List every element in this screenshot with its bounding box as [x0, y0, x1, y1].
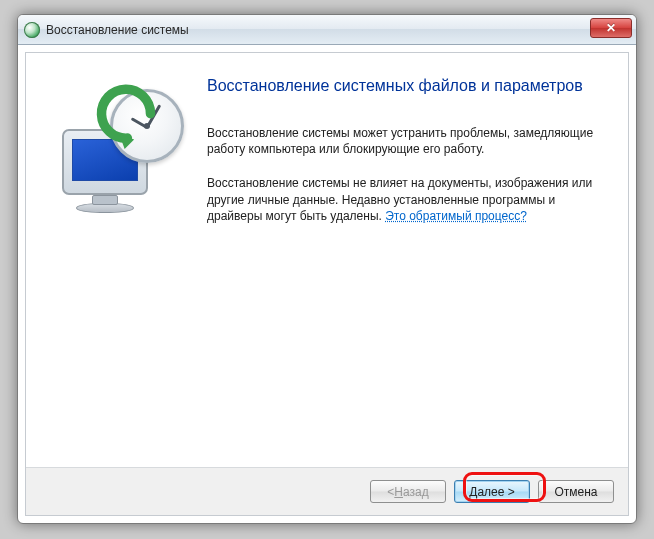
paragraph-1: Восстановление системы может устранить п… [207, 125, 598, 157]
titlebar[interactable]: Восстановление системы ✕ [18, 15, 636, 45]
dialog-window: Восстановление системы ✕ [17, 14, 637, 524]
close-icon: ✕ [606, 21, 616, 35]
page-heading: Восстановление системных файлов и параме… [207, 77, 598, 95]
restore-arrow-icon [92, 81, 160, 149]
cancel-button[interactable]: Отмена [538, 480, 614, 503]
main-content: Восстановление системных файлов и параме… [201, 53, 628, 467]
window-title: Восстановление системы [46, 23, 189, 37]
content-pane: Восстановление системных файлов и параме… [26, 53, 628, 467]
monitor-stand-icon [92, 195, 118, 205]
paragraph-2: Восстановление системы не влияет на доку… [207, 175, 598, 224]
back-button: < Назад [370, 480, 446, 503]
app-icon [24, 22, 40, 38]
sidebar [26, 53, 201, 467]
reversible-process-link[interactable]: Это обратимый процесс? [385, 209, 527, 223]
system-restore-illustration [40, 81, 185, 226]
close-button[interactable]: ✕ [590, 18, 632, 38]
next-button[interactable]: Далее > [454, 480, 530, 503]
wizard-footer: < Назад Далее > Отмена [26, 467, 628, 515]
client-area: Восстановление системных файлов и параме… [25, 52, 629, 516]
